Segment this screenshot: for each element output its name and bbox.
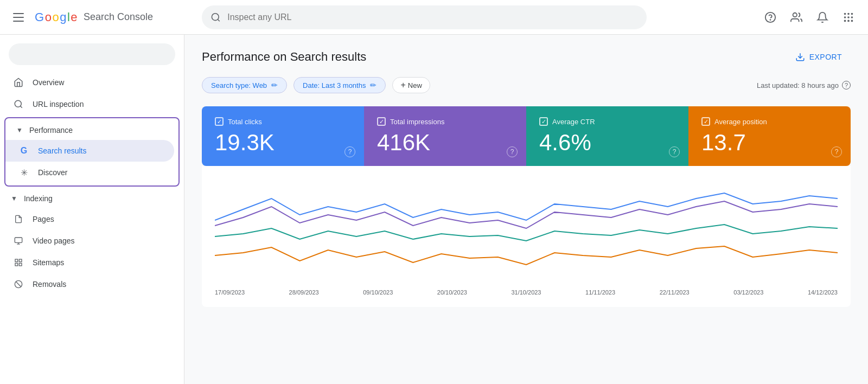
layout: Overview URL inspection ▼ Performance G … — [0, 35, 868, 384]
metric-card-total-impressions[interactable]: ✓ Total impressions 416K ? — [364, 106, 526, 166]
sidebar-item-discover-label: Discover — [38, 168, 67, 177]
metric-card-avg-position[interactable]: ✓ Average position 13.7 ? — [688, 106, 851, 166]
bell-icon — [816, 11, 828, 23]
metric-card-total-clicks[interactable]: ✓ Total clicks 19.3K ? — [202, 106, 364, 166]
metric-impressions-label: Total impressions — [390, 118, 444, 126]
svg-point-7 — [851, 12, 853, 15]
svg-rect-16 — [15, 238, 22, 242]
metric-position-label: Average position — [714, 118, 767, 126]
sidebar-item-search-results[interactable]: G Search results — [5, 140, 174, 162]
svg-point-11 — [844, 20, 846, 22]
url-search-bar[interactable] — [202, 5, 647, 29]
chart-label-7: 03/12/2023 — [733, 289, 763, 296]
sidebar-item-removals-label: Removals — [33, 280, 66, 289]
export-label: EXPORT — [809, 53, 842, 61]
help-button[interactable] — [760, 7, 781, 28]
metric-position-help-icon[interactable]: ? — [831, 146, 842, 157]
svg-rect-19 — [15, 259, 18, 262]
metric-clicks-help-icon[interactable]: ? — [344, 146, 355, 157]
checkbox-impressions-icon: ✓ — [377, 117, 386, 126]
svg-rect-21 — [15, 263, 18, 266]
performance-section: ▼ Performance G Search results ✳ Discove… — [4, 117, 180, 187]
sidebar-item-video-pages-label: Video pages — [33, 236, 75, 245]
date-filter[interactable]: Date: Last 3 months ✏ — [293, 77, 386, 93]
app-title: Search Console — [84, 11, 153, 23]
svg-point-6 — [847, 12, 850, 15]
chart-label-6: 22/11/2023 — [660, 289, 690, 296]
header-left: Google Search Console — [9, 9, 193, 26]
metric-card-ctr-header: ✓ Average CTR — [539, 117, 675, 126]
export-button[interactable]: EXPORT — [787, 48, 851, 66]
metric-ctr-value: 4.6% — [539, 130, 675, 155]
indexing-section-label: Indexing — [24, 194, 53, 203]
sidebar-item-sitemaps-label: Sitemaps — [33, 258, 64, 267]
home-icon — [13, 77, 24, 88]
sidebar-item-url-label: URL inspection — [33, 100, 84, 108]
svg-point-10 — [851, 16, 853, 18]
apps-icon — [843, 11, 854, 23]
search-type-filter[interactable]: Search type: Web ✏ — [202, 77, 287, 93]
svg-point-12 — [847, 20, 850, 22]
svg-line-1 — [218, 19, 219, 21]
logo-g2: g — [60, 10, 66, 24]
performance-chart — [215, 177, 838, 285]
svg-line-24 — [16, 281, 21, 286]
last-updated-text: Last updated: 8 hours ago — [757, 81, 839, 89]
last-updated-help-icon: ? — [842, 81, 851, 89]
date-label: Date: Last 3 months — [303, 81, 366, 89]
logo-o1: o — [45, 10, 52, 24]
google-g-icon: G — [18, 145, 29, 156]
sidebar-item-overview[interactable]: Overview — [0, 72, 180, 93]
apps-button[interactable] — [838, 7, 859, 28]
sidebar-item-discover[interactable]: ✳ Discover — [5, 162, 174, 183]
metric-cards: ✓ Total clicks 19.3K ? ✓ Total impressio… — [202, 106, 851, 166]
menu-button[interactable] — [9, 9, 28, 26]
video-pages-icon — [13, 235, 24, 246]
google-logo: Google — [35, 10, 77, 24]
metric-impressions-value: 416K — [377, 130, 513, 155]
sidebar-item-video-pages[interactable]: Video pages — [0, 230, 180, 252]
svg-point-14 — [15, 100, 21, 107]
add-filter-button[interactable]: + New — [392, 77, 430, 93]
property-selector[interactable] — [9, 43, 175, 65]
metric-card-clicks-header: ✓ Total clicks — [215, 117, 351, 126]
checkbox-ctr-icon: ✓ — [539, 117, 548, 126]
chart-label-1: 28/09/2023 — [289, 289, 319, 296]
chart-label-8: 14/12/2023 — [808, 289, 838, 296]
search-type-label: Search type: Web — [211, 81, 267, 89]
search-icon — [210, 12, 221, 23]
page-title: Performance on Search results — [202, 50, 366, 64]
notifications-button[interactable] — [812, 7, 833, 28]
url-input[interactable] — [227, 12, 638, 22]
svg-point-13 — [851, 20, 853, 22]
logo-g: G — [35, 10, 44, 24]
sidebar-item-search-results-label: Search results — [38, 146, 86, 155]
metric-ctr-label: Average CTR — [552, 118, 595, 126]
header: Google Search Console — [0, 0, 868, 35]
filters-bar: Search type: Web ✏ Date: Last 3 months ✏… — [202, 77, 851, 93]
svg-rect-22 — [19, 263, 22, 266]
chart-label-3: 20/10/2023 — [437, 289, 467, 296]
sidebar-item-url-inspection[interactable]: URL inspection — [0, 93, 180, 115]
sidebar-item-removals[interactable]: Removals — [0, 273, 180, 295]
account-button[interactable] — [786, 7, 807, 28]
indexing-section-header[interactable]: ▼ Indexing — [0, 189, 184, 208]
sidebar: Overview URL inspection ▼ Performance G … — [0, 35, 184, 384]
sidebar-item-pages[interactable]: Pages — [0, 208, 180, 230]
metric-ctr-help-icon[interactable]: ? — [669, 146, 680, 157]
chevron-down-icon: ▼ — [16, 126, 23, 134]
chart-area: 17/09/2023 28/09/2023 09/10/2023 20/10/2… — [202, 166, 851, 307]
sidebar-item-sitemaps[interactable]: Sitemaps — [0, 252, 180, 273]
removals-icon — [13, 279, 24, 290]
last-updated: Last updated: 8 hours ago ? — [757, 81, 851, 89]
indexing-section: ▼ Indexing Pages — [0, 189, 184, 295]
svg-line-15 — [20, 106, 22, 107]
main-content: Performance on Search results EXPORT Sea… — [184, 35, 868, 384]
metric-clicks-label: Total clicks — [228, 118, 262, 126]
metric-impressions-help-icon[interactable]: ? — [507, 146, 518, 157]
metric-card-avg-ctr[interactable]: ✓ Average CTR 4.6% ? — [526, 106, 688, 166]
svg-rect-20 — [19, 259, 22, 262]
metric-card-position-header: ✓ Average position — [701, 117, 838, 126]
sidebar-item-pages-label: Pages — [33, 215, 54, 223]
performance-section-header[interactable]: ▼ Performance — [5, 120, 178, 140]
